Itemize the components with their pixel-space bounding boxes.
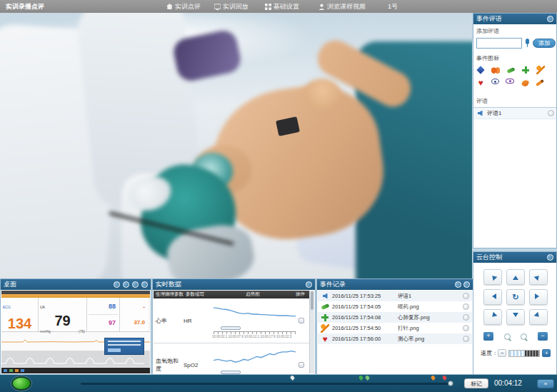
tab-training-replay[interactable]: 实训回放 (214, 2, 249, 11)
record-indicator-button[interactable] (11, 376, 31, 391)
chart-axis (214, 331, 296, 334)
event-time: 2016/11/25 17:53:25 (332, 293, 395, 299)
record-icon[interactable] (114, 281, 120, 288)
collapse-icon[interactable] (463, 281, 470, 288)
timeline-marker[interactable] (358, 375, 364, 381)
chart-range-slider[interactable] (221, 371, 241, 374)
event-row[interactable]: 2016/11/25 17:54:50打针.png (318, 323, 472, 333)
comment-input[interactable] (476, 38, 522, 49)
collapse-icon[interactable] (547, 16, 553, 22)
seek-thumb[interactable] (448, 381, 453, 386)
simulation-video[interactable] (0, 13, 472, 278)
zoom-out-button[interactable]: − (538, 332, 548, 341)
event-action-icon[interactable] (463, 314, 469, 321)
diamond-icon[interactable] (476, 66, 485, 74)
event-label: 喂药.png (398, 303, 460, 311)
eye2-icon[interactable] (506, 79, 514, 84)
event-label: 测心率.png (398, 336, 460, 343)
pan-up-left-button[interactable] (483, 269, 502, 285)
panel-title: 桌面 (4, 280, 111, 289)
ptz-speed-row: 速度: − + (481, 349, 552, 357)
settings-gear-icon[interactable] (141, 281, 148, 288)
mark-button[interactable]: 标记 (464, 378, 488, 388)
tab-basic-settings[interactable]: 基础设置 (265, 2, 299, 11)
pan-down-left-button[interactable] (483, 309, 502, 325)
speed-increase-button[interactable]: + (542, 349, 551, 357)
collapse-icon[interactable] (547, 254, 553, 261)
elapsed-time: 00:04:12 (494, 379, 522, 387)
param-name: 血氧饱和度 (154, 357, 184, 373)
event-row[interactable]: 2016/11/25 17:54:05喂药.png (318, 301, 472, 312)
zoom-in-button[interactable]: + (483, 332, 493, 341)
timeline-marker[interactable] (442, 375, 448, 381)
timeline-marker[interactable] (431, 375, 436, 381)
param-abbr: SpO2 (184, 362, 212, 368)
stomach-icon[interactable] (521, 79, 529, 87)
capsule-icon[interactable] (506, 66, 515, 74)
comment-item-label: 评语1 (487, 109, 501, 117)
row-action-button[interactable] (298, 362, 304, 368)
scrollbar[interactable] (309, 291, 314, 373)
event-action-icon[interactable] (463, 303, 469, 310)
event-comment-panel: 事件评语 添加评语 添加 事件图标 评语 评语1 (473, 13, 557, 248)
event-time: 2016/11/25 17:54:05 (332, 303, 395, 310)
speed-decrease-button[interactable]: − (498, 349, 506, 357)
event-row[interactable]: 2016/11/25 17:56:00测心率.png (318, 333, 472, 344)
spo2-trend-line (214, 348, 296, 368)
lungs-icon[interactable] (491, 66, 500, 74)
event-time: 2016/11/25 17:54:08 (332, 314, 395, 321)
hr-trend-chart: 10:00:02.1 10:00:07.9 10:00:12.1 10:00:1… (212, 301, 293, 340)
patient-monitor-capture[interactable]: ECG 134 UA 79 mmHg(75) 88 97 - 37.0 (1, 291, 150, 373)
save-icon[interactable] (455, 281, 461, 288)
event-icons-label: 事件图标 (476, 54, 553, 62)
compression-hands (303, 79, 341, 109)
table-row-hr[interactable]: 心率 HR 10:00:02.1 10:00:07.9 10:00:12.1 1… (154, 300, 309, 341)
scrollbar-thumb[interactable] (311, 291, 313, 310)
event-action-icon[interactable] (463, 325, 469, 331)
comment-list-item[interactable]: 评语1 (473, 108, 556, 119)
station-number: 1号 (388, 2, 398, 11)
heart-icon[interactable] (476, 79, 485, 87)
collapse-icon[interactable] (306, 281, 312, 288)
pan-down-right-button[interactable] (529, 309, 548, 325)
row-divider (154, 343, 309, 343)
microphone-icon[interactable] (524, 39, 531, 48)
pan-up-right-button[interactable] (529, 269, 548, 285)
snapshot-button[interactable]: » (537, 379, 554, 388)
speed-slider[interactable] (508, 350, 540, 357)
pan-home-button[interactable]: ↻ (506, 289, 525, 305)
desktop-capture-panel: 桌面 ECG 134 UA 79 mmHg(75) 88 (0, 278, 151, 375)
event-row[interactable]: 2016/11/25 17:54:08心肺复苏.png (318, 312, 472, 323)
event-action-icon[interactable] (463, 293, 469, 299)
chart-range-slider[interactable] (221, 326, 241, 330)
ptz-direction-pad: ↻ (483, 269, 548, 325)
syringe-icon[interactable] (536, 79, 544, 87)
zoom-out-lens-icon (521, 333, 527, 340)
pan-down-button[interactable] (506, 309, 525, 325)
pan-right-button[interactable] (529, 289, 548, 305)
event-action-icon[interactable] (463, 336, 469, 342)
add-comment-button[interactable]: 添加 (533, 39, 556, 48)
seek-bar[interactable] (81, 383, 452, 385)
timeline-marker[interactable] (365, 375, 371, 381)
row-action-button[interactable] (298, 318, 304, 323)
pan-up-button[interactable] (506, 269, 525, 285)
param-name: 心率 (154, 317, 184, 325)
eye-icon[interactable] (491, 79, 499, 84)
panel-title: 事件评语 (476, 14, 545, 24)
pr-value: 88 (89, 298, 118, 314)
pan-left-button[interactable] (483, 289, 502, 305)
tab-training-review[interactable]: 实训点评 (166, 2, 201, 11)
home-icon (166, 4, 173, 10)
key-icon[interactable] (536, 66, 545, 74)
event-row[interactable]: 2016/11/25 17:53:25评语1 (318, 291, 472, 301)
column-abbreviation: 参数缩写 (184, 291, 212, 298)
comment-item-action-icon[interactable] (548, 110, 554, 116)
expand-icon[interactable] (132, 281, 139, 288)
save-icon[interactable] (123, 281, 129, 288)
tab-browse-course-video[interactable]: 浏览课程视频 (318, 2, 366, 11)
timeline-marker[interactable] (289, 375, 295, 381)
arrow-down-left-icon (488, 311, 498, 321)
cross-icon[interactable] (521, 66, 530, 74)
event-log-panel: 事件记录 2016/11/25 17:53:25评语1 2016/11/25 1… (316, 278, 473, 375)
